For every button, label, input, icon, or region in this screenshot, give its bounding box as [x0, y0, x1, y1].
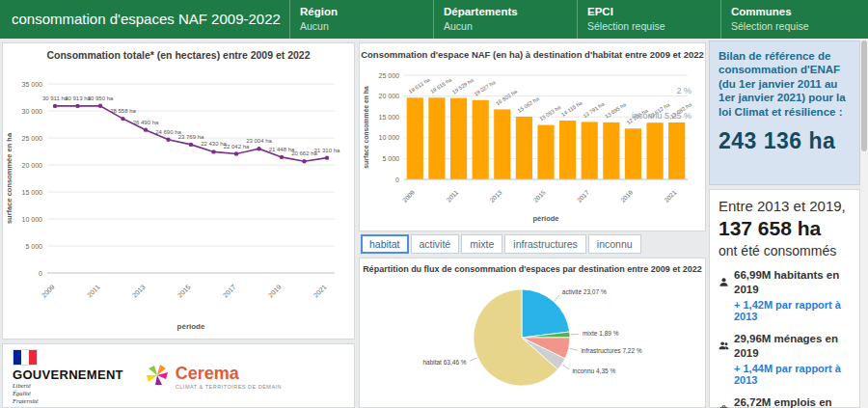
svg-text:10 000: 10 000: [22, 216, 43, 223]
filter-communes-value: Sélection requise: [731, 20, 854, 32]
page-title: consommation d'espaces NAF 2009-2022: [0, 0, 289, 39]
total-consumption-card: Consommation totale* (en hectares) entre…: [2, 42, 355, 340]
svg-text:35 000: 35 000: [22, 81, 43, 88]
svg-text:22 042 ha: 22 042 ha: [224, 144, 250, 150]
pie-chart-title: Répartition du flux de consommation d'es…: [360, 258, 705, 274]
tab-inconnu[interactable]: inconnu: [588, 234, 641, 254]
cerema-tagline: CLIMAT & TERRITOIRES DE DEMAIN: [176, 384, 282, 390]
tab-habitat[interactable]: habitat: [361, 234, 409, 254]
svg-text:2017: 2017: [576, 188, 590, 203]
svg-text:30 000: 30 000: [22, 108, 43, 115]
filter-departements[interactable]: Départements Aucun: [433, 0, 577, 39]
svg-text:5 000: 5 000: [25, 243, 42, 250]
svg-text:19 529 ha: 19 529 ha: [451, 76, 475, 95]
gouvernement-motto: Liberté Égalité Fraternité: [13, 382, 123, 405]
svg-text:infrastructures 7,22 %: infrastructures 7,22 %: [581, 347, 641, 354]
svg-text:2017: 2017: [222, 284, 237, 299]
total-consumption-line-chart[interactable]: 05 00010 00015 00020 00025 00030 00035 0…: [3, 61, 346, 335]
stats-panel: Entre 2013 et 2019, 137 658 ha ont été c…: [709, 189, 860, 408]
svg-text:surface consommée en ha: surface consommée en ha: [5, 132, 14, 224]
filter-departements-label: Départements: [444, 6, 567, 17]
gouvernement-logo: GOUVERNEMENT Liberté Égalité Fraternité: [13, 349, 123, 405]
bilan-reference-panel: Bilan de référence de consommation d'ENA…: [709, 41, 860, 185]
header-bar: consommation d'espaces NAF 2009-2022 Rég…: [0, 0, 868, 39]
stat-menages-delta: + 1,44M par rapport à 2013: [734, 363, 851, 386]
tab-mixte[interactable]: mixte: [461, 234, 502, 254]
stat-habitants-label: 66,99M habitants en 2019: [734, 268, 851, 297]
bilan-heading: Bilan de référence de consommation d'ENA…: [719, 49, 851, 119]
period-line1: Entre 2013 et 2019,: [719, 198, 851, 214]
svg-text:19 613 ha: 19 613 ha: [408, 76, 432, 95]
svg-text:19 027 ha: 19 027 ha: [473, 79, 497, 97]
cerema-name: Cerema: [176, 365, 282, 382]
stat-emplois-label: 26,72M emplois en 2019: [734, 395, 851, 408]
filter-communes-label: Communes: [731, 6, 854, 17]
svg-text:2019: 2019: [619, 188, 634, 203]
destination-pie-chart[interactable]: activité 23,07 %mixte 1,89 %infrastructu…: [360, 274, 703, 401]
svg-text:15 062 ha: 15 062 ha: [517, 95, 541, 114]
svg-text:13 053 ha: 13 053 ha: [538, 103, 562, 122]
svg-text:28 558 ha: 28 558 ha: [110, 108, 136, 114]
svg-text:25 000: 25 000: [379, 72, 400, 79]
filter-region-value: Aucun: [300, 20, 423, 32]
svg-text:20 000: 20 000: [379, 93, 400, 99]
filter-region-label: Région: [300, 6, 423, 17]
svg-text:15 000: 15 000: [379, 114, 400, 121]
svg-text:25 000: 25 000: [22, 135, 43, 142]
gouvernement-title: GOUVERNEMENT: [13, 367, 123, 382]
svg-text:16 803 ha: 16 803 ha: [495, 88, 519, 106]
vertical-scrollbar[interactable]: [860, 39, 868, 408]
tab-infrastructures[interactable]: infrastructures: [504, 234, 586, 254]
svg-text:14 115 ha: 14 115 ha: [560, 99, 584, 118]
stat-emplois: 26,72M emplois en 2019 + 370,02k par rap…: [719, 395, 851, 408]
svg-text:10 000: 10 000: [379, 134, 400, 141]
svg-text:2013: 2013: [488, 188, 502, 203]
svg-text:2009: 2009: [401, 188, 416, 203]
stat-menages: 29,96M ménages en 2019 + 1,44M par rappo…: [719, 332, 851, 386]
bar-chart-title: Consommation d'espace NAF (en ha) à dest…: [360, 43, 705, 60]
bilan-value: 243 136 ha: [719, 128, 851, 154]
filter-region[interactable]: Région Aucun: [289, 0, 433, 39]
svg-text:30 950 ha: 30 950 ha: [88, 95, 114, 101]
cerema-logo: Cerema CLIMAT & TERRITOIRES DE DEMAIN: [145, 363, 282, 392]
bar-chart-annotation-inconnu: inconnu 5,25 %: [632, 111, 692, 121]
stat-habitants-delta: + 1,42M par rapport à 2013: [734, 299, 851, 322]
france-flag-icon: [13, 349, 38, 366]
svg-text:2013: 2013: [131, 284, 147, 299]
source-logos-card: GOUVERNEMENT Liberté Égalité Fraternité …: [2, 343, 355, 408]
svg-text:2009: 2009: [41, 284, 56, 299]
scrollbar-thumb[interactable]: [861, 41, 867, 151]
people-icon: [719, 340, 729, 351]
bar-chart-annotation-top: 2 %: [676, 86, 692, 95]
svg-text:2021: 2021: [312, 284, 328, 299]
svg-text:2011: 2011: [86, 284, 101, 299]
briefcase-icon: [719, 404, 729, 408]
person-icon: [719, 277, 729, 287]
svg-text:2019: 2019: [267, 284, 283, 299]
habitat-consumption-card: Consommation d'espace NAF (en ha) à dest…: [359, 42, 706, 231]
filter-epci[interactable]: EPCI Sélection requise: [577, 0, 720, 39]
svg-text:surface consommée en ha: surface consommée en ha: [363, 86, 369, 169]
period-line2: ont été consommés: [719, 243, 851, 258]
filter-departements-value: Aucun: [444, 20, 567, 32]
svg-text:2021: 2021: [663, 188, 677, 203]
svg-text:13 791 ha: 13 791 ha: [583, 100, 607, 119]
svg-text:période: période: [532, 214, 558, 223]
svg-text:15 000: 15 000: [22, 189, 43, 196]
svg-text:activité 23,07 %: activité 23,07 %: [562, 288, 607, 295]
cerema-pinwheel-icon: [145, 363, 170, 392]
svg-text:19 615 ha: 19 615 ha: [429, 76, 453, 95]
destination-split-card: Répartition du flux de consommation d'es…: [359, 258, 706, 408]
svg-text:habitat 63,46 %: habitat 63,46 %: [422, 359, 466, 366]
filter-communes[interactable]: Communes Sélection requise: [720, 0, 864, 39]
svg-text:inconnu 4,35 %: inconnu 4,35 %: [572, 367, 615, 374]
habitat-consumption-bar-chart[interactable]: 05 00010 00015 00020 00025 00019 613 ha2…: [360, 60, 699, 226]
svg-text:0: 0: [395, 177, 399, 183]
tab-activite[interactable]: activité: [411, 234, 460, 254]
stat-habitants: 66,99M habitants en 2019 + 1,42M par rap…: [719, 268, 851, 322]
svg-text:5 000: 5 000: [382, 155, 399, 162]
svg-text:2011: 2011: [445, 188, 459, 203]
destination-tabs: habitat activité mixte infrastructures i…: [361, 234, 641, 254]
filter-epci-value: Sélection requise: [587, 20, 711, 32]
svg-text:26 490 ha: 26 490 ha: [133, 120, 159, 125]
